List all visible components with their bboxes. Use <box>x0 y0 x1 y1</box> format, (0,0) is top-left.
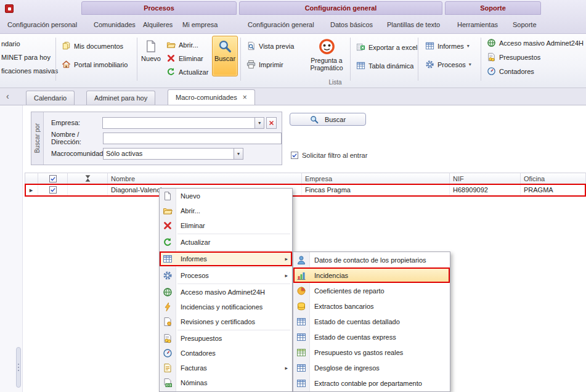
tab-label: Macro-comunidades <box>176 94 237 101</box>
ribbon-tab-configuracion-personal[interactable]: Configuración personal <box>4 18 81 31</box>
submenu-item-datos-contacto[interactable]: Datos de contacto de los propietarios <box>293 252 450 267</box>
toolbar-separator <box>481 38 481 81</box>
eliminar-button[interactable]: Eliminar <box>164 52 206 65</box>
ribbon-tab-alquileres[interactable]: Alquileres <box>139 18 176 31</box>
nuevo-button[interactable]: Nuevo <box>139 36 163 76</box>
abrir-button[interactable]: Abrir... <box>164 38 201 51</box>
tabla-dinamica-button[interactable]: Tabla dinámica <box>354 59 416 72</box>
dropdown-arrow-icon[interactable]: ▾ <box>234 149 243 159</box>
mis-documentos-button[interactable]: Mis documentos <box>59 39 126 52</box>
button-label: Nuevo <box>141 55 161 62</box>
pregunta-pragmatico-button[interactable]: Pregunta a Pragmático <box>304 35 349 80</box>
menu-item-abrir[interactable]: Abrir... <box>160 203 292 218</box>
menu-item-label: Nuevo <box>181 192 200 200</box>
menu-item-revisiones-certificados[interactable]: Revisiones y certificados <box>160 314 292 329</box>
menu-item-eliminar[interactable]: Eliminar <box>160 218 292 233</box>
clear-empresa-button[interactable] <box>266 117 277 129</box>
tab-calendario[interactable]: Calendario <box>26 91 75 105</box>
grid-header-nif[interactable]: NIF <box>450 173 521 184</box>
menu-separator <box>177 250 290 251</box>
menu-item-facturas[interactable]: Facturas ▸ <box>160 361 292 375</box>
menu-separator <box>177 284 290 284</box>
actualizar-button[interactable]: Actualizar <box>164 65 211 78</box>
checkbox-checked[interactable] <box>49 175 57 182</box>
informes-dropdown-button[interactable]: Informes ▾ <box>423 39 472 52</box>
button-label: Acceso masivo Adminet24H <box>499 39 584 47</box>
submenu-item-extractos-bancarios[interactable]: Extractos bancarios <box>293 298 450 314</box>
row-status-cell <box>68 184 108 196</box>
submenu-item-incidencias[interactable]: Incidencias <box>293 267 450 283</box>
ribbon-tab-configuracion-general[interactable]: Configuración general <box>244 18 318 31</box>
tab-adminet-para-hoy[interactable]: Adminet para hoy <box>86 91 155 105</box>
dropdown-arrow-icon[interactable]: ▾ <box>254 118 264 128</box>
exportar-excel-button[interactable]: Exportar a excel <box>354 41 420 54</box>
button-label: Contadores <box>499 68 534 75</box>
grid-header-oficina[interactable]: Oficina <box>521 173 586 184</box>
menu-item-informes[interactable]: Informes ▸ <box>160 251 292 266</box>
menu-item-nuevo[interactable]: Nuevo <box>160 189 292 203</box>
vertical-scrollbar-thumb[interactable] <box>16 347 21 388</box>
nombre-direccion-input[interactable] <box>103 133 282 144</box>
acceso-masivo-button[interactable]: Acceso masivo Adminet24H <box>484 36 586 49</box>
select-value: Sólo activas <box>104 150 234 157</box>
submenu-item-coeficientes[interactable]: Coeficientes de reparto <box>293 283 450 298</box>
button-label: Presupuestos <box>499 54 540 61</box>
grid-header-status-icon[interactable] <box>68 173 108 184</box>
buscar-ribbon-button[interactable]: Buscar <box>212 36 238 76</box>
grid-header-checkbox[interactable] <box>38 173 68 184</box>
row-checkbox-cell[interactable] <box>38 184 68 196</box>
menu-item-label: Contadores <box>181 349 216 357</box>
menu-item-label: Procesos <box>181 272 209 279</box>
menu-item-procesos[interactable]: Procesos ▸ <box>160 268 292 283</box>
ribbon-tab-datos-basicos[interactable]: Datos básicos <box>327 18 376 31</box>
new-document-icon <box>163 191 173 201</box>
grid-header-nombre[interactable]: Nombre <box>108 173 302 184</box>
empresa-combobox[interactable]: ▾ <box>102 117 265 129</box>
checkmark-icon <box>291 152 298 158</box>
procesos-dropdown-button[interactable]: Procesos ▾ <box>423 58 474 71</box>
tab-macro-comunidades[interactable]: Macro-comunidades× <box>168 89 255 105</box>
refresh-icon <box>163 237 173 247</box>
dropdown-arrow-icon: ▾ <box>467 44 470 49</box>
menu-item-label: Actualizar <box>181 239 210 246</box>
menu-item-acceso-masivo[interactable]: Acceso masivo Adminet24H <box>160 285 292 300</box>
buscar-button[interactable]: Buscar <box>290 113 366 126</box>
ribbon-tab-plantillas-texto[interactable]: Plantillas de texto <box>383 18 444 31</box>
grid-header-empresa[interactable]: Empresa <box>302 173 450 184</box>
menu-item-incidencias-notificaciones[interactable]: Incidencias y notificaciones <box>160 300 292 314</box>
chevron-left-icon[interactable]: ‹ <box>6 91 9 101</box>
menu-item-label: Estado de cuentas express <box>314 333 396 341</box>
checkbox-checked[interactable] <box>291 152 298 159</box>
submenu-item-presupuesto-vs-gastos[interactable]: Presupuesto vs gastos reales <box>293 345 450 360</box>
house-icon <box>62 60 71 69</box>
submenu-item-estado-cuentas-detallado[interactable]: Estado de cuentas detallado <box>293 314 450 329</box>
imprimir-button[interactable]: Imprimir <box>244 58 286 71</box>
vista-previa-button[interactable]: Vista previa <box>244 39 296 52</box>
submenu-item-extracto-contable[interactable]: Extracto contable por departamento <box>293 375 450 391</box>
menu-item-actualizar[interactable]: Actualizar <box>160 235 292 250</box>
menu-separator <box>177 267 290 267</box>
submenu-item-estado-cuentas-express[interactable]: Estado de cuentas express <box>293 329 450 345</box>
menu-item-nominas[interactable]: Nóminas <box>160 375 292 390</box>
portal-inmobiliario-button[interactable]: Portal inmobiliario <box>59 58 130 71</box>
submenu-item-desglose-ingresos[interactable]: Desglose de ingresos <box>293 360 450 375</box>
macrocomunidades-select[interactable]: Sólo activas ▾ <box>103 148 243 160</box>
menu-item-contadores[interactable]: Contadores <box>160 346 292 361</box>
close-icon[interactable]: × <box>243 93 247 102</box>
ribbon-tab-comunidades[interactable]: Comunidades <box>90 18 139 31</box>
contadores-button[interactable]: Contadores <box>484 65 537 78</box>
app-icon[interactable] <box>5 4 14 13</box>
ribbon-tab-soporte[interactable]: Soporte <box>509 18 540 31</box>
menu-item-label: Informes <box>181 255 207 263</box>
button-label: Buscar <box>214 55 235 62</box>
clipped-button-calendario[interactable]: ndario <box>1 38 20 49</box>
submenu-arrow-icon: ▸ <box>285 256 288 262</box>
clipped-button-adminet-hoy[interactable]: MINET para hoy <box>1 52 51 63</box>
presupuestos-button[interactable]: Presupuestos <box>484 51 543 63</box>
checkbox-checked[interactable] <box>49 186 57 194</box>
menu-item-presupuestos[interactable]: Presupuestos <box>160 331 292 346</box>
table-icon <box>296 363 306 373</box>
clipped-button-notificaciones[interactable]: ficaciones masivas <box>1 65 58 76</box>
ribbon-tab-herramientas[interactable]: Herramientas <box>454 18 502 31</box>
ribbon-tab-mi-empresa[interactable]: Mi empresa <box>179 18 221 31</box>
